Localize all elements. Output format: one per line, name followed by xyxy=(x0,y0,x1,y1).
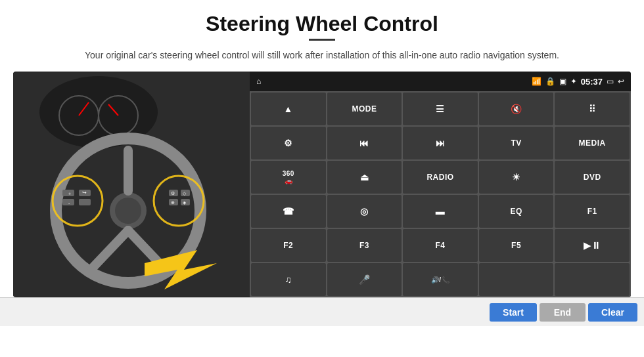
sd-icon: ▣ xyxy=(559,77,566,86)
phone-btn[interactable]: ☎ xyxy=(251,195,326,228)
f5-btn[interactable]: F5 xyxy=(479,229,554,262)
page-title: Steering Wheel Control xyxy=(0,0,644,39)
status-right: 📶 🔒 ▣ ✦ 05:37 ▭ ↩ xyxy=(532,77,624,87)
cam360-btn[interactable]: 360🚗 xyxy=(251,161,326,194)
playpause-btn[interactable]: ▶⏸ xyxy=(555,229,630,262)
f4-btn[interactable]: F4 xyxy=(403,229,478,262)
prev-btn[interactable]: ⏮ xyxy=(327,127,402,159)
mic-btn[interactable]: 🎤 xyxy=(327,263,402,296)
settings-btn[interactable]: ⚙ xyxy=(251,127,326,159)
eq-btn[interactable]: EQ xyxy=(479,195,554,228)
next-btn[interactable]: ⏭ xyxy=(403,127,478,159)
bottom-bar: Start End Clear xyxy=(0,297,644,326)
title-underline xyxy=(309,39,335,41)
end-button[interactable]: End xyxy=(540,303,586,322)
status-left: ⌂ xyxy=(256,77,261,86)
svg-text:⊕: ⊕ xyxy=(171,200,175,205)
tv-btn[interactable]: TV xyxy=(479,127,554,159)
status-time: 05:37 xyxy=(581,77,603,87)
f1-btn[interactable]: F1 xyxy=(555,195,630,228)
mode-btn[interactable]: MODE xyxy=(327,93,402,125)
nav-btn[interactable]: ▲ xyxy=(251,93,326,125)
list-btn[interactable]: ☰ xyxy=(403,93,478,125)
media-btn[interactable]: MEDIA xyxy=(555,127,630,159)
dvd-btn[interactable]: DVD xyxy=(555,161,630,194)
svg-text:+: + xyxy=(68,192,71,196)
svg-text:⚙: ⚙ xyxy=(171,191,175,196)
start-button[interactable]: Start xyxy=(490,303,537,322)
svg-rect-16 xyxy=(79,199,91,205)
brightness-btn[interactable]: ☀ xyxy=(479,161,554,194)
empty1-btn[interactable] xyxy=(479,263,554,296)
control-panel: ⌂ 📶 🔒 ▣ ✦ 05:37 ▭ ↩ ▲ MODE ☰ 🔇 ⠿ ⚙ ⏮ ⏭ xyxy=(250,72,631,297)
home-icon: ⌂ xyxy=(256,77,261,86)
button-grid: ▲ MODE ☰ 🔇 ⠿ ⚙ ⏮ ⏭ TV MEDIA 360🚗 ⏏ RADIO… xyxy=(250,91,631,297)
music-btn[interactable]: ♫ xyxy=(251,263,326,296)
volphone-btn[interactable]: 🔊/📞 xyxy=(403,263,478,296)
apps-btn[interactable]: ⠿ xyxy=(555,93,630,125)
f2-btn[interactable]: F2 xyxy=(251,229,326,262)
screen-icon: ▭ xyxy=(607,77,614,86)
svg-point-8 xyxy=(115,198,141,224)
main-content: + - ↪ ⚙ ◇ ⊕ ◈ ⌂ 📶 🔒 xyxy=(0,72,644,297)
clear-button[interactable]: Clear xyxy=(588,303,637,322)
f3-btn[interactable]: F3 xyxy=(327,229,402,262)
eject-btn[interactable]: ⏏ xyxy=(327,161,402,194)
wifi-icon: 📶 xyxy=(532,77,541,86)
radio-btn[interactable]: RADIO xyxy=(403,161,478,194)
svg-text:↪: ↪ xyxy=(82,190,87,196)
steering-wheel-image: + - ↪ ⚙ ◇ ⊕ ◈ xyxy=(13,72,250,297)
empty2-btn[interactable] xyxy=(555,263,630,296)
subtitle: Your original car's steering wheel contr… xyxy=(0,49,644,62)
back-icon: ↩ xyxy=(618,77,624,86)
bluetooth-icon: ✦ xyxy=(570,77,577,86)
display-btn[interactable]: ▬ xyxy=(403,195,478,228)
maps-btn[interactable]: ◎ xyxy=(327,195,402,228)
status-bar: ⌂ 📶 🔒 ▣ ✦ 05:37 ▭ ↩ xyxy=(250,72,631,91)
lock-icon: 🔒 xyxy=(545,77,555,86)
mute-btn[interactable]: 🔇 xyxy=(479,93,554,125)
